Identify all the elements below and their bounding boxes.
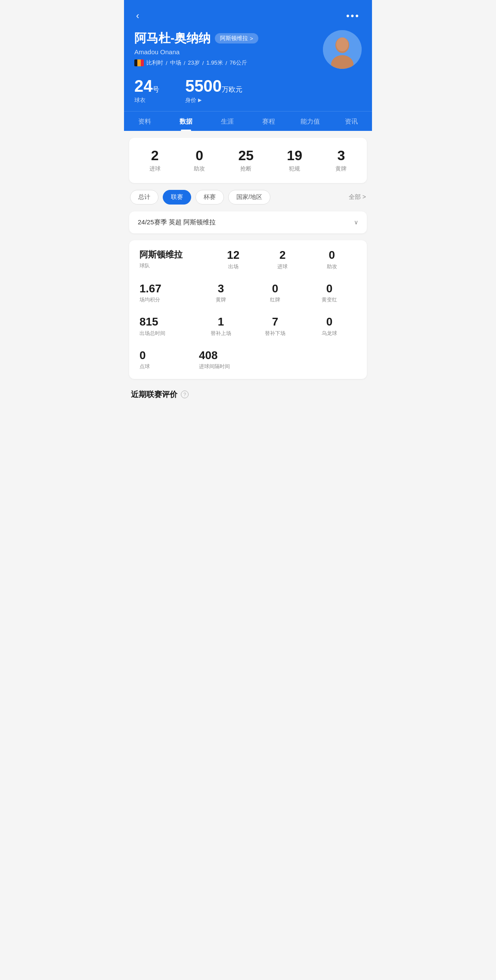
detail-own-goal-label: 乌龙球 — [302, 330, 356, 337]
meta-separator-2: / — [184, 60, 186, 66]
detail-appearances-label: 出场 — [208, 263, 258, 270]
team-badge-button[interactable]: 阿斯顿维拉 > — [215, 33, 258, 43]
jersey-number-label: 球衣 — [134, 96, 159, 104]
detail-red-label: 红牌 — [248, 296, 302, 304]
stat-tackles-value: 25 — [238, 148, 254, 163]
tab-saicheng[interactable]: 赛程 — [248, 112, 289, 131]
filter-row: 总计 联赛 杯赛 国家/地区 全部 > — [129, 190, 367, 205]
market-value-item: 5500万欧元 身价 ▶ — [185, 78, 242, 104]
jersey-number-suffix: 号 — [152, 86, 159, 93]
detail-penalty-label: 点球 — [140, 363, 194, 370]
detail-yellow-red-value: 0 — [302, 282, 356, 295]
player-height: 1.95米 — [206, 59, 223, 67]
filter-all-button[interactable]: 全部 > — [349, 193, 366, 201]
market-value-value: 5500万欧元 — [185, 78, 242, 96]
team-badge-label: 阿斯顿维拉 — [220, 34, 248, 42]
detail-avg-score-label: 场均积分 — [140, 296, 194, 304]
stat-fouls-value: 19 — [287, 148, 302, 163]
stat-tackles: 25 抢断 — [238, 148, 254, 173]
detail-stats-card: 阿斯顿维拉 球队 12 出场 2 进球 0 助攻 1.67 场均积分 — [129, 240, 367, 379]
detail-yellow: 3 黄牌 — [194, 282, 248, 304]
detail-row-1: 1.67 场均积分 3 黄牌 0 红牌 0 黄变红 — [140, 282, 356, 304]
tab-nengli[interactable]: 能力值 — [289, 112, 331, 131]
detail-penalty: 0 点球 — [140, 349, 194, 371]
stats-summary-card: 2 进球 0 助攻 25 抢断 19 犯规 3 黄牌 — [129, 138, 367, 183]
tab-shuju[interactable]: 数据 — [165, 112, 207, 131]
player-meta: 比利时 / 中场 / 23岁 / 1.95米 / 76公斤 — [134, 59, 323, 67]
stat-fouls-label: 犯规 — [287, 165, 302, 173]
detail-row-2: 815 出场总时间 1 替补上场 7 替补下场 0 乌龙球 — [140, 316, 356, 337]
filter-cup-button[interactable]: 杯赛 — [195, 190, 224, 205]
detail-sub-on-label: 替补上场 — [194, 330, 248, 337]
detail-avg-score-value: 1.67 — [140, 282, 194, 295]
stat-assists-label: 助攻 — [194, 165, 205, 173]
price-arrow-icon: ▶ — [198, 97, 202, 103]
back-button[interactable]: ‹ — [134, 9, 141, 23]
tab-zixun[interactable]: 资讯 — [331, 112, 372, 131]
player-info: 阿马杜-奥纳纳 阿斯顿维拉 > Amadou Onana 比利时 / 中场 / — [134, 30, 362, 69]
stat-goals-value: 2 — [149, 148, 161, 163]
stat-yellow-cards: 3 黄牌 — [335, 148, 347, 173]
detail-team: 阿斯顿维拉 球队 — [140, 249, 208, 270]
filter-national-button[interactable]: 国家/地区 — [228, 190, 270, 205]
detail-assists: 0 助攻 — [307, 249, 356, 270]
stat-assists: 0 助攻 — [194, 148, 205, 173]
stat-yellow-cards-value: 3 — [335, 148, 347, 163]
jersey-number-value: 24号 — [134, 78, 159, 96]
player-name-en: Amadou Onana — [134, 48, 323, 56]
detail-assists-value: 0 — [307, 249, 356, 261]
detail-goals-label: 进球 — [258, 263, 307, 270]
tab-ziliao[interactable]: 资料 — [124, 112, 165, 131]
season-selector[interactable]: 24/25赛季 英超 阿斯顿维拉 ∨ — [129, 211, 367, 233]
player-numbers: 24号 球衣 5500万欧元 身价 ▶ — [134, 69, 362, 111]
filter-total-button[interactable]: 总计 — [130, 190, 158, 205]
detail-own-goal: 0 乌龙球 — [302, 316, 356, 337]
detail-sub-on-value: 1 — [194, 316, 248, 328]
recent-rating-info-icon[interactable]: ? — [181, 391, 189, 398]
header-top: ‹ ••• — [134, 9, 362, 23]
tab-shengyai[interactable]: 生涯 — [207, 112, 248, 131]
meta-separator-1: / — [166, 60, 167, 66]
detail-goals-value: 2 — [258, 249, 307, 261]
player-name-row: 阿马杜-奥纳纳 阿斯顿维拉 > — [134, 30, 323, 47]
detail-red: 0 红牌 — [248, 282, 302, 304]
main-content: 2 进球 0 助攻 25 抢断 19 犯规 3 黄牌 总计 联赛 杯赛 国家/地… — [124, 131, 372, 410]
detail-goal-interval-label: 进球间隔时间 — [199, 363, 302, 370]
season-text: 24/25赛季 英超 阿斯顿维拉 — [138, 218, 216, 226]
detail-own-goal-value: 0 — [302, 316, 356, 328]
tab-bar: 资料 数据 生涯 赛程 能力值 资讯 — [124, 111, 372, 131]
player-name-cn: 阿马杜-奥纳纳 — [134, 30, 211, 47]
detail-appearances-value: 12 — [208, 249, 258, 261]
detail-row-0: 阿斯顿维拉 球队 12 出场 2 进球 0 助攻 — [140, 249, 356, 270]
detail-yellow-red: 0 黄变红 — [302, 282, 356, 304]
player-avatar — [323, 30, 362, 69]
detail-goal-interval-value: 408 — [199, 349, 302, 362]
market-value-unit: 万欧元 — [222, 86, 242, 93]
nationality-flag — [134, 59, 144, 66]
jersey-number-item: 24号 球衣 — [134, 78, 159, 104]
more-button[interactable]: ••• — [344, 9, 362, 23]
stat-goals: 2 进球 — [149, 148, 161, 173]
recent-rating-title: 近期联赛评价 — [131, 389, 177, 400]
stat-assists-value: 0 — [194, 148, 205, 163]
detail-goals: 2 进球 — [258, 249, 307, 270]
header-section: ‹ ••• 阿马杜-奥纳纳 阿斯顿维拉 > Amadou Onana 比利时 — [124, 0, 372, 111]
detail-appearances: 12 出场 — [208, 249, 258, 270]
detail-yellow-label: 黄牌 — [194, 296, 248, 304]
meta-separator-3: / — [202, 60, 204, 66]
market-value-label: 身价 ▶ — [185, 96, 242, 104]
stat-tackles-label: 抢断 — [238, 165, 254, 173]
recent-rating-section: 近期联赛评价 ? — [129, 386, 367, 403]
avatar-image — [323, 30, 362, 69]
player-age: 23岁 — [188, 59, 199, 67]
filter-league-button[interactable]: 联赛 — [163, 190, 191, 205]
player-position: 中场 — [170, 59, 181, 67]
player-nationality: 比利时 — [146, 59, 163, 67]
season-chevron-icon: ∨ — [354, 219, 358, 226]
detail-sub-off-label: 替补下场 — [248, 330, 302, 337]
detail-sub-off-value: 7 — [248, 316, 302, 328]
detail-sub-on: 1 替补上场 — [194, 316, 248, 337]
player-text: 阿马杜-奥纳纳 阿斯顿维拉 > Amadou Onana 比利时 / 中场 / — [134, 30, 323, 67]
detail-total-time: 815 出场总时间 — [140, 316, 194, 337]
detail-avg-score: 1.67 场均积分 — [140, 282, 194, 304]
